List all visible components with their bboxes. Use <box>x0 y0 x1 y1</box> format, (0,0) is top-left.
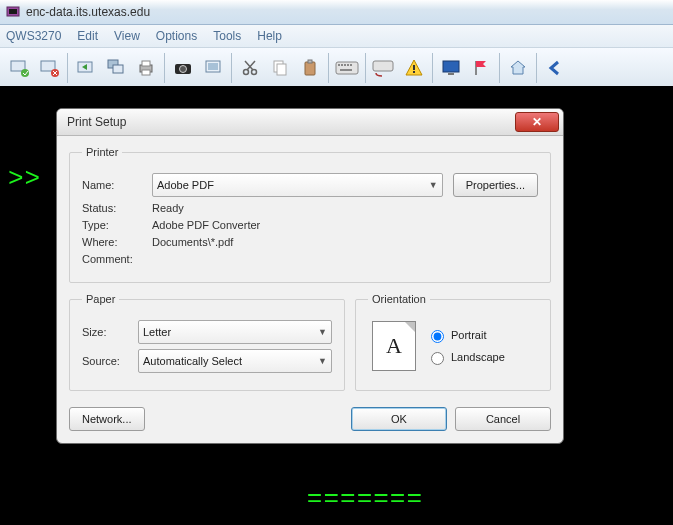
svg-rect-31 <box>413 71 415 73</box>
network-button[interactable]: Network... <box>69 407 145 431</box>
separator <box>231 53 232 83</box>
menu-view[interactable]: View <box>114 29 140 43</box>
window-title: enc-data.its.utexas.edu <box>26 5 150 19</box>
terminal-text: >> <box>8 164 41 194</box>
separator <box>67 53 68 83</box>
dropdown-value: Letter <box>143 326 171 338</box>
svg-point-13 <box>180 66 187 73</box>
paper-source-dropdown[interactable]: Automatically Select ▼ <box>138 349 332 373</box>
svg-rect-33 <box>448 73 454 75</box>
svg-rect-20 <box>305 62 315 75</box>
size-label: Size: <box>82 326 138 338</box>
flag-icon[interactable] <box>467 54 495 82</box>
svg-rect-30 <box>413 65 415 70</box>
paper-group: Paper Size: Letter ▼ Source: Automatical… <box>69 293 345 391</box>
type-value: Adobe PDF Converter <box>152 219 260 231</box>
app-icon <box>6 5 20 19</box>
paper-legend: Paper <box>82 293 119 305</box>
svg-rect-2 <box>11 61 25 71</box>
portrait-radio[interactable]: Portrait <box>426 327 505 343</box>
print-setup-dialog: Print Setup ✕ Printer Name: Adobe PDF ▼ … <box>56 108 564 444</box>
separator <box>432 53 433 83</box>
comment-label: Comment: <box>82 253 152 265</box>
copy-icon[interactable] <box>266 54 294 82</box>
terminal-text: ======= <box>8 482 665 516</box>
menu-tools[interactable]: Tools <box>213 29 241 43</box>
dialog-titlebar: Print Setup ✕ <box>57 109 563 136</box>
dropdown-value: Adobe PDF <box>157 179 214 191</box>
svg-point-3 <box>21 69 29 77</box>
status-label: Status: <box>82 202 152 214</box>
screenshot-icon[interactable] <box>199 54 227 82</box>
svg-rect-25 <box>344 64 346 66</box>
orientation-legend: Orientation <box>368 293 430 305</box>
menubar: QWS3270 Edit View Options Tools Help <box>0 25 673 48</box>
screens-icon[interactable] <box>102 54 130 82</box>
landscape-radio[interactable]: Landscape <box>426 349 505 365</box>
paste-icon[interactable] <box>296 54 324 82</box>
printer-icon[interactable] <box>132 54 160 82</box>
type-label: Type: <box>82 219 152 231</box>
svg-rect-22 <box>336 62 358 74</box>
separator <box>164 53 165 83</box>
svg-rect-28 <box>340 69 352 71</box>
status-value: Ready <box>152 202 184 214</box>
where-label: Where: <box>82 236 152 248</box>
menu-edit[interactable]: Edit <box>77 29 98 43</box>
printer-group: Printer Name: Adobe PDF ▼ Properties... … <box>69 146 551 283</box>
warning-icon[interactable] <box>400 54 428 82</box>
keyboard-link-icon[interactable] <box>370 54 398 82</box>
svg-rect-19 <box>277 64 286 75</box>
keyboard-icon[interactable] <box>333 54 361 82</box>
chevron-down-icon: ▼ <box>318 327 327 337</box>
svg-rect-11 <box>142 70 150 75</box>
svg-rect-15 <box>208 63 218 70</box>
camera-icon[interactable] <box>169 54 197 82</box>
svg-rect-24 <box>341 64 343 66</box>
orientation-preview-icon: A <box>372 321 416 371</box>
svg-rect-8 <box>113 65 123 73</box>
nav-forward-icon[interactable] <box>72 54 100 82</box>
svg-rect-21 <box>308 60 312 63</box>
dialog-title: Print Setup <box>67 115 126 129</box>
source-label: Source: <box>82 355 138 367</box>
separator <box>328 53 329 83</box>
back-icon[interactable] <box>541 54 569 82</box>
separator <box>536 53 537 83</box>
scissors-icon[interactable] <box>236 54 264 82</box>
monitor-icon[interactable] <box>437 54 465 82</box>
menu-qws3270[interactable]: QWS3270 <box>6 29 61 43</box>
chevron-down-icon: ▼ <box>429 180 438 190</box>
menu-help[interactable]: Help <box>257 29 282 43</box>
menu-options[interactable]: Options <box>156 29 197 43</box>
dropdown-value: Automatically Select <box>143 355 242 367</box>
where-value: Documents\*.pdf <box>152 236 233 248</box>
svg-rect-1 <box>9 9 17 14</box>
separator <box>499 53 500 83</box>
svg-rect-29 <box>373 61 393 71</box>
home-icon[interactable] <box>504 54 532 82</box>
svg-rect-10 <box>142 61 150 66</box>
connect-icon[interactable] <box>5 54 33 82</box>
svg-rect-27 <box>350 64 352 66</box>
svg-rect-4 <box>41 61 55 71</box>
printer-name-dropdown[interactable]: Adobe PDF ▼ <box>152 173 443 197</box>
cancel-button[interactable]: Cancel <box>455 407 551 431</box>
disconnect-icon[interactable] <box>35 54 63 82</box>
svg-rect-26 <box>347 64 349 66</box>
chevron-down-icon: ▼ <box>318 356 327 366</box>
printer-legend: Printer <box>82 146 122 158</box>
titlebar: enc-data.its.utexas.edu <box>0 0 673 25</box>
separator <box>365 53 366 83</box>
svg-rect-32 <box>443 61 459 72</box>
close-button[interactable]: ✕ <box>515 112 559 132</box>
close-icon: ✕ <box>532 115 542 129</box>
properties-button[interactable]: Properties... <box>453 173 538 197</box>
name-label: Name: <box>82 179 152 191</box>
app-window: enc-data.its.utexas.edu QWS3270 Edit Vie… <box>0 0 673 525</box>
toolbar <box>0 48 673 89</box>
svg-rect-23 <box>338 64 340 66</box>
ok-button[interactable]: OK <box>351 407 447 431</box>
paper-size-dropdown[interactable]: Letter ▼ <box>138 320 332 344</box>
orientation-group: Orientation A Portrait Landscape <box>355 293 551 391</box>
